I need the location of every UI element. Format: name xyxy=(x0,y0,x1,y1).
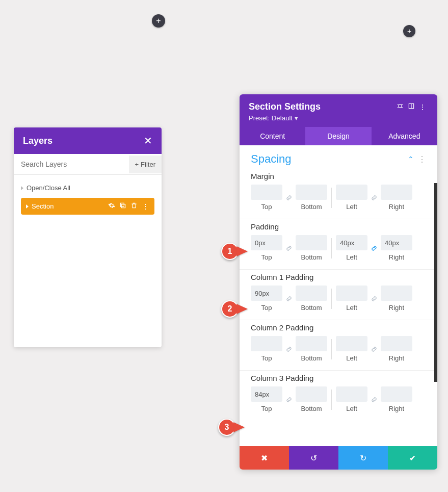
callout-bubble: 3 xyxy=(218,419,235,436)
dots-icon[interactable]: ⋮ xyxy=(418,154,426,164)
link-tb-icon[interactable] xyxy=(283,241,295,256)
col2-right-input[interactable] xyxy=(381,336,412,351)
callout-bubble: 2 xyxy=(221,300,239,318)
group-col2: Column 2 Padding Top Bottom Left Right xyxy=(240,320,437,371)
layers-search-row: + Filter xyxy=(14,154,162,175)
scrollbar[interactable] xyxy=(434,183,437,382)
side-label-left: Left xyxy=(346,405,357,412)
callout-tail-icon xyxy=(236,246,248,256)
open-close-label: Open/Close All xyxy=(27,184,70,192)
cancel-button[interactable]: ✖ xyxy=(240,446,289,470)
divider xyxy=(331,188,332,208)
settings-footer: ✖ ↺ ↻ ✔ xyxy=(240,446,437,470)
group-label: Column 1 Padding xyxy=(251,273,426,281)
side-label-top: Top xyxy=(261,304,272,312)
link-tb-icon[interactable] xyxy=(283,190,295,205)
link-lr-icon[interactable] xyxy=(368,392,380,407)
callout-tail-icon xyxy=(236,304,248,314)
spacing-header[interactable]: Spacing ⌃ ⋮ xyxy=(240,145,437,169)
add-button-section[interactable]: + xyxy=(403,25,415,37)
close-icon[interactable]: ✕ xyxy=(144,135,152,147)
padding-right-input[interactable] xyxy=(381,235,412,250)
side-label-right: Right xyxy=(389,304,404,312)
divider xyxy=(331,390,332,410)
link-tb-icon[interactable] xyxy=(283,342,295,357)
link-lr-icon[interactable] xyxy=(368,190,380,205)
side-label-right: Right xyxy=(389,203,404,211)
col1-top-input[interactable] xyxy=(251,286,282,301)
col3-bottom-input[interactable] xyxy=(296,386,327,402)
gear-icon[interactable] xyxy=(108,202,116,211)
margin-right-input[interactable] xyxy=(381,185,412,200)
plus-icon: + xyxy=(135,161,139,168)
undo-button[interactable]: ↺ xyxy=(289,446,338,470)
margin-top-input[interactable] xyxy=(251,185,282,200)
tab-design[interactable]: Design xyxy=(305,127,371,145)
link-lr-icon[interactable] xyxy=(368,342,380,357)
dots-icon[interactable]: ⋮ xyxy=(141,202,149,210)
spacing-title: Spacing xyxy=(251,152,408,166)
side-label-bottom: Bottom xyxy=(301,354,322,362)
duplicate-icon[interactable] xyxy=(119,202,127,211)
open-close-all[interactable]: Open/Close All xyxy=(21,180,154,198)
tab-content[interactable]: Content xyxy=(240,127,305,145)
divider xyxy=(331,339,332,359)
side-label-top: Top xyxy=(261,405,272,412)
svg-rect-2 xyxy=(399,105,402,108)
side-label-right: Right xyxy=(389,354,404,362)
side-label-left: Left xyxy=(346,354,357,362)
callout-2: 2 xyxy=(221,300,248,318)
col1-left-input[interactable] xyxy=(336,286,367,301)
settings-title: Section Settings xyxy=(249,101,394,112)
padding-left-input[interactable] xyxy=(336,235,367,250)
chevron-up-icon: ⌃ xyxy=(408,155,414,163)
callout-bubble: 1 xyxy=(221,243,239,260)
layers-body: Open/Close All Section ⋮ xyxy=(14,175,162,347)
search-input[interactable] xyxy=(14,154,129,174)
col3-left-input[interactable] xyxy=(336,386,367,402)
redo-button[interactable]: ↻ xyxy=(338,446,388,470)
link-lr-icon[interactable] xyxy=(368,241,380,256)
layers-title: Layers xyxy=(23,136,52,146)
group-label: Margin xyxy=(251,172,426,180)
side-label-bottom: Bottom xyxy=(301,405,322,412)
margin-left-input[interactable] xyxy=(336,185,367,200)
link-tb-icon[interactable] xyxy=(283,392,295,407)
target-icon[interactable] xyxy=(394,102,406,111)
svg-rect-0 xyxy=(122,204,125,208)
col2-left-input[interactable] xyxy=(336,336,367,351)
side-label-top: Top xyxy=(261,203,272,211)
col2-bottom-input[interactable] xyxy=(296,336,327,351)
link-tb-icon[interactable] xyxy=(283,291,295,306)
link-lr-icon[interactable] xyxy=(368,291,380,306)
columns-icon[interactable] xyxy=(406,102,417,111)
group-col1: Column 1 Padding Top Bottom Left Right xyxy=(240,270,437,320)
settings-body: Spacing ⌃ ⋮ Margin Top Bottom Left xyxy=(240,145,437,446)
callout-1: 1 xyxy=(221,243,248,260)
add-button-canvas[interactable]: + xyxy=(152,14,165,28)
preset-dropdown[interactable]: Preset: Default ▾ xyxy=(249,112,428,127)
layer-row-section[interactable]: Section ⋮ xyxy=(21,198,154,215)
triangle-icon xyxy=(21,186,23,190)
save-button[interactable]: ✔ xyxy=(388,446,437,470)
triangle-icon xyxy=(26,204,29,209)
col1-right-input[interactable] xyxy=(381,286,412,301)
side-label-right: Right xyxy=(389,405,404,412)
padding-top-input[interactable] xyxy=(251,235,282,250)
padding-bottom-input[interactable] xyxy=(296,235,327,250)
filter-label: Filter xyxy=(141,161,155,168)
filter-button[interactable]: + Filter xyxy=(129,156,162,173)
dots-icon[interactable]: ⋮ xyxy=(417,103,428,111)
tab-advanced[interactable]: Advanced xyxy=(372,127,437,145)
trash-icon[interactable] xyxy=(130,202,138,211)
col3-right-input[interactable] xyxy=(381,386,412,402)
group-padding: Padding Top Bottom Left Right xyxy=(240,219,437,270)
side-label-top: Top xyxy=(261,354,272,362)
margin-bottom-input[interactable] xyxy=(296,185,327,200)
col3-top-input[interactable] xyxy=(251,386,282,402)
settings-panel: Section Settings ⋮ Preset: Default ▾ Con… xyxy=(240,94,437,470)
col1-bottom-input[interactable] xyxy=(296,286,327,301)
divider xyxy=(331,238,332,258)
col2-top-input[interactable] xyxy=(251,336,282,351)
divider xyxy=(331,289,332,309)
